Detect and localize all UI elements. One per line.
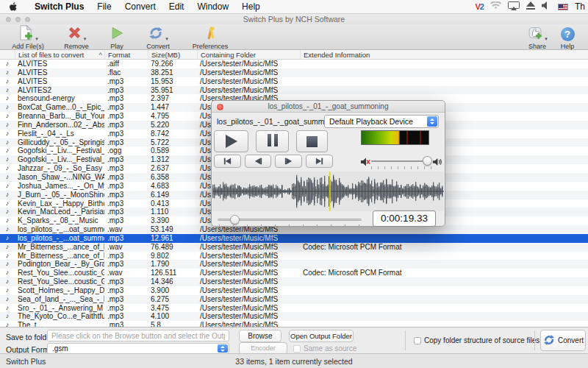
step-back-button[interactable] — [245, 155, 271, 168]
status-bar: Switch Plus 33 items, 1 item currently s… — [0, 353, 588, 368]
open-output-folder-button[interactable]: Open Output Folder — [289, 330, 354, 342]
music-note-icon: ♪ — [0, 173, 15, 182]
player-play-button[interactable] — [214, 130, 248, 152]
add-files-button[interactable]: ▾ Add File(s) — [9, 26, 47, 50]
column-extended[interactable]: Extended Information — [300, 50, 588, 60]
format-select-stepper-icon[interactable] — [218, 344, 228, 353]
file-name: Fleslit_-_04_-_Ls — [15, 130, 104, 138]
player-stop-button[interactable] — [296, 130, 328, 152]
playback-device-select[interactable]: Default Playback Device — [324, 115, 439, 128]
window-title-bar[interactable]: Switch Plus by NCH Software — [0, 14, 588, 24]
add-files-dropdown-caret-icon[interactable]: ▾ — [35, 36, 38, 42]
file-format: .mp3 — [104, 121, 148, 130]
file-name: bensound-energy — [15, 94, 104, 103]
table-row[interactable]: ♪ALVITES.flac38.251/Users/tester/Music/M… — [0, 68, 588, 77]
remove-dropdown-caret-icon[interactable]: ▾ — [84, 36, 87, 42]
skip-to-end-button[interactable] — [306, 155, 333, 168]
browse-button[interactable]: Browse — [239, 330, 282, 342]
zoom-window-button[interactable] — [25, 17, 30, 22]
step-forward-button[interactable] — [275, 155, 302, 168]
eject-icon[interactable] — [526, 1, 535, 12]
table-row[interactable]: ♪ALVITES.mp315.953/Users/tester/Music/Mf… — [0, 77, 588, 86]
table-row[interactable]: ♪ALVITES.aiff79.266/Users/tester/Music/M… — [0, 60, 588, 68]
file-size: 1.790 — [148, 260, 197, 269]
music-note-icon: ♪ — [0, 182, 15, 191]
play-button[interactable]: Play — [104, 26, 129, 50]
file-folder: /Users/tester/Music/MfS — [197, 77, 300, 86]
wifi-icon[interactable] — [490, 1, 501, 12]
table-row[interactable]: ♪Rest_You_Slee...coustic_Guitar.wav126.5… — [0, 269, 588, 277]
menu-app-name[interactable]: Switch Plus — [28, 1, 90, 12]
table-row[interactable]: ♪Sro_-_01_-_Answering_M.mp33.475/Users/t… — [0, 304, 588, 313]
apple-menu-icon[interactable] — [10, 2, 18, 12]
share-button[interactable]: ▾ Share — [520, 26, 554, 50]
menu-clock[interactable]: Th — [575, 1, 585, 12]
file-format: .aiff — [104, 60, 148, 68]
file-name: Jason_Shaw_-...NING_WATERS — [15, 173, 104, 182]
file-name: ALVITES2 — [15, 86, 104, 95]
table-row[interactable]: ♪Sea_of_land_-_..._Sea_-_Part_2.mp36.275… — [0, 295, 588, 304]
file-name: Breanna_Barb..._But_Your_Lovin — [15, 112, 104, 121]
table-row[interactable]: ♪Rest_You_Slee...coustic_Guitar.mp314.34… — [0, 277, 588, 286]
minimize-window-button[interactable] — [15, 17, 21, 22]
table-row[interactable]: ♪ALVITES2.mp335.951/Users/tester/Music/M… — [0, 86, 588, 95]
output-format-select[interactable]: .gsm — [47, 343, 229, 354]
share-dropdown-caret-icon[interactable]: ▾ — [545, 36, 548, 42]
table-row[interactable]: ♪Podington_Bear_-_By_Grace.mp31.790/User… — [0, 260, 588, 269]
waveform[interactable] — [212, 171, 444, 211]
column-files[interactable]: List of files to convert^ — [15, 50, 104, 60]
mute-icon[interactable] — [361, 156, 370, 169]
menu-file[interactable]: File — [90, 1, 118, 12]
help-button[interactable]: ? Help — [554, 26, 581, 50]
file-name: Sea_of_land_-_..._Sea_-_Part_2 — [15, 295, 104, 304]
table-row[interactable]: ♪los_pilotos_-_...oat_summoning.mp312.96… — [0, 234, 588, 243]
same-as-source-checkbox[interactable]: Same as source — [293, 344, 356, 353]
input-language-flag-icon[interactable] — [558, 4, 568, 10]
copy-folder-structure-checkbox[interactable]: Copy folder structure of source files — [414, 336, 539, 344]
menu-window[interactable]: Window — [190, 1, 235, 12]
file-name: The_Kyoto_Co...e_Faithtful_Dog — [15, 312, 104, 321]
remove-button[interactable]: ▾ Remove — [57, 26, 96, 50]
column-format[interactable]: Format — [104, 50, 148, 60]
menu-convert[interactable]: Convert — [118, 1, 162, 12]
table-row[interactable]: ♪Mr_Bitterness_...ance_of_Power.wav76.48… — [0, 243, 588, 252]
table-row[interactable]: ♪The_t....mp35.8/Users/tester/Music/MfS — [0, 321, 588, 327]
player-close-button[interactable] — [217, 104, 223, 110]
preferences-button[interactable]: Preferences — [188, 26, 232, 50]
volume-thumb[interactable] — [423, 156, 432, 166]
column-folder[interactable]: Containing Folder — [197, 50, 300, 60]
seek-slider[interactable] — [218, 215, 362, 227]
table-row[interactable]: ♪Mr_Bitterness_...ance_of_Power.mp39.802… — [0, 252, 588, 261]
volume-icon[interactable] — [542, 1, 551, 12]
file-name: The_t... — [15, 321, 104, 327]
speaker-icon[interactable] — [433, 156, 442, 169]
file-folder: /Users/tester/Music/MfS — [197, 269, 300, 277]
menu-help[interactable]: Help — [235, 1, 267, 12]
table-row[interactable]: ♪Scott_Holmes_-_Happy_Days.mp33.900/User… — [0, 286, 588, 295]
column-icon[interactable] — [0, 50, 15, 60]
music-note-icon: ♪ — [0, 130, 15, 138]
airplay-display-icon[interactable] — [508, 1, 520, 13]
device-select-stepper-icon[interactable] — [427, 116, 437, 127]
column-size[interactable]: Size(MB) — [148, 50, 197, 60]
close-window-button[interactable] — [6, 17, 11, 22]
output-folder-input[interactable] — [47, 330, 229, 342]
file-extended-info: Codec: Microsoft PCM Format — [300, 269, 588, 277]
file-size: 3.900 — [148, 286, 197, 295]
player-pause-button[interactable] — [256, 130, 289, 152]
file-name: J_Burn_-_05_-_MoonShine — [15, 191, 104, 199]
file-folder: /Users/tester/Music/MfS — [197, 260, 300, 269]
player-title-bar[interactable]: los_pilotos_-_01_-_goat_summoning — [212, 101, 445, 113]
convert-toolbar-button[interactable]: ▾ Convert — [140, 26, 176, 50]
skip-end-icon — [316, 158, 323, 165]
v2-badge-icon[interactable]: V2 — [476, 2, 484, 11]
seek-thumb[interactable] — [230, 215, 240, 224]
file-name: los_pilotos_-_...oat_summoning — [15, 225, 104, 234]
player-window[interactable]: los_pilotos_-_01_-_goat_summoning los_pi… — [211, 100, 445, 227]
sort-ascending-icon: ^ — [99, 50, 102, 60]
convert-button[interactable]: Convert — [540, 330, 586, 351]
skip-to-start-button[interactable] — [214, 155, 241, 168]
convert-dropdown-caret-icon[interactable]: ▾ — [165, 36, 168, 42]
table-row[interactable]: ♪The_Kyoto_Co...e_Faithtful_Dog.mp34.100… — [0, 312, 588, 321]
menu-edit[interactable]: Edit — [162, 1, 191, 12]
